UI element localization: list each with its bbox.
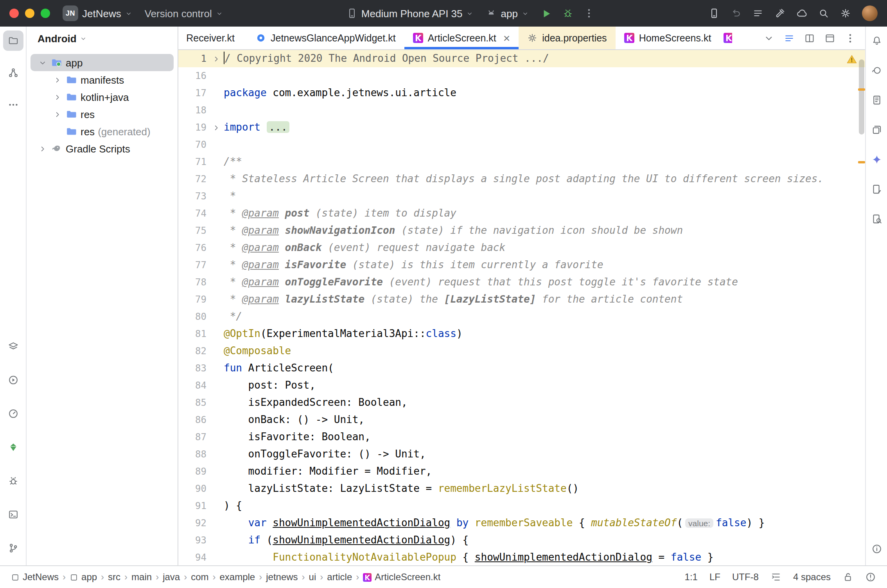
minimize-window-button[interactable] — [25, 9, 34, 18]
caret-position[interactable]: 1:1 — [685, 572, 698, 583]
editor-more-icon[interactable] — [845, 32, 856, 43]
profiler-icon[interactable] — [3, 403, 23, 424]
project-icon[interactable] — [3, 30, 23, 51]
breadcrumb-jetnews[interactable]: jetnews — [266, 572, 298, 583]
line-number[interactable]: 83 — [178, 360, 208, 377]
line-number[interactable]: 91 — [178, 497, 208, 514]
line-number[interactable]: 17 — [178, 84, 208, 102]
user-avatar[interactable] — [862, 5, 878, 21]
code-line-92[interactable]: 92 var showUnimplementedActionDialog by … — [178, 514, 865, 532]
code-line-90[interactable]: 90 lazyListState: LazyListState = rememb… — [178, 480, 865, 497]
vcs-widget[interactable]: Version control — [145, 7, 223, 19]
find-window-icon[interactable] — [867, 210, 886, 228]
line-number[interactable]: 81 — [178, 325, 208, 342]
breadcrumb-java[interactable]: java — [163, 572, 180, 583]
line-number[interactable]: 76 — [178, 239, 208, 256]
chevron-right-icon[interactable] — [52, 75, 63, 84]
inspections-widget[interactable] — [846, 54, 857, 67]
code-line-93[interactable]: 93 if (showUnimplementedActionDialog) { — [178, 532, 865, 549]
code-line-18[interactable]: 18 — [178, 102, 865, 119]
device-selector[interactable]: Medium Phone API 35 — [347, 7, 474, 19]
line-number[interactable]: 71 — [178, 153, 208, 170]
code-line-89[interactable]: 89 modifier: Modifier = Modifier, — [178, 463, 865, 480]
code-line-72[interactable]: 72 * Stateless Article Screen that displ… — [178, 170, 865, 188]
code-line-70[interactable]: 70 — [178, 136, 865, 153]
back-icon[interactable] — [731, 8, 742, 19]
device-manager-icon[interactable] — [709, 8, 720, 19]
breadcrumb-com[interactable]: com — [191, 572, 208, 583]
terminal-icon[interactable] — [3, 504, 23, 525]
code-line-73[interactable]: 73 * — [178, 188, 865, 205]
code-line-80[interactable]: 80 */ — [178, 308, 865, 325]
code-line-86[interactable]: 86 onBack: () -> Unit, — [178, 411, 865, 428]
breadcrumb-jetnews[interactable]: JetNews — [11, 572, 59, 583]
breadcrumb-app[interactable]: app — [70, 572, 97, 583]
run-config-selector[interactable]: app — [486, 7, 529, 19]
code-editor[interactable]: 1/ Copyright 2020 The Android Open Sourc… — [178, 50, 865, 565]
tree-item-kotlin-java[interactable]: kotlin+java — [31, 88, 174, 106]
tree-item-res-generated[interactable]: res(generated) — [31, 123, 174, 140]
breadcrumb-articlescreen-kt[interactable]: ArticleScreen.kt — [363, 572, 440, 583]
hidden-tabs-icon[interactable] — [763, 32, 774, 43]
line-number[interactable]: 87 — [178, 428, 208, 446]
breadcrumb-ui[interactable]: ui — [309, 572, 316, 583]
device-explorer-icon[interactable] — [867, 91, 886, 109]
editor-tab-receiver-kt[interactable]: Receiver.kt — [178, 27, 247, 49]
settings-icon[interactable] — [840, 8, 851, 19]
line-number[interactable]: 90 — [178, 480, 208, 497]
editor-tab-articlescreen-kt[interactable]: ArticleScreen.kt× — [404, 27, 519, 49]
fold-marker-icon[interactable] — [208, 50, 224, 67]
unlock-icon[interactable] — [842, 572, 853, 583]
line-number[interactable]: 73 — [178, 188, 208, 205]
line-ending[interactable]: LF — [709, 572, 720, 583]
code-line-88[interactable]: 88 onToggleFavorite: () -> Unit, — [178, 446, 865, 463]
line-number[interactable]: 88 — [178, 446, 208, 463]
line-number[interactable]: 78 — [178, 274, 208, 291]
fold-marker-icon[interactable] — [208, 119, 224, 136]
inspection-status-icon[interactable] — [865, 572, 876, 583]
line-number[interactable]: 84 — [178, 377, 208, 394]
indent-icon[interactable] — [770, 572, 781, 583]
project-view-selector[interactable]: Android — [27, 27, 178, 50]
editor-scrollbar[interactable] — [859, 59, 864, 134]
line-number[interactable]: 74 — [178, 205, 208, 222]
line-number[interactable]: 80 — [178, 308, 208, 325]
project-widget[interactable]: JN JetNews — [63, 5, 132, 21]
split-editor-icon[interactable] — [804, 32, 815, 43]
more-tool-windows-icon[interactable] — [3, 95, 23, 115]
code-line-83[interactable]: 83fun ArticleScreen( — [178, 360, 865, 377]
line-number[interactable]: 19 — [178, 119, 208, 136]
code-line-71[interactable]: 71/** — [178, 153, 865, 170]
app-quality-insights-icon[interactable] — [3, 437, 23, 457]
close-window-button[interactable] — [9, 9, 19, 18]
line-number[interactable]: 79 — [178, 291, 208, 308]
line-number[interactable]: 92 — [178, 514, 208, 532]
line-number[interactable]: 18 — [178, 102, 208, 119]
line-number[interactable]: 16 — [178, 67, 208, 84]
code-line-81[interactable]: 81@OptIn(ExperimentalMaterial3Api::class… — [178, 325, 865, 342]
code-line-87[interactable]: 87 isFavorite: Boolean, — [178, 428, 865, 446]
line-number[interactable]: 1 — [178, 50, 208, 67]
running-devices-icon[interactable] — [3, 370, 23, 390]
line-number[interactable]: 75 — [178, 222, 208, 239]
device-manager-window-icon[interactable] — [867, 120, 886, 139]
chevron-right-icon[interactable] — [37, 144, 48, 153]
code-line-82[interactable]: 82@Composable — [178, 342, 865, 360]
line-number[interactable]: 89 — [178, 463, 208, 480]
line-number[interactable]: 93 — [178, 532, 208, 549]
breadcrumb-example[interactable]: example — [220, 572, 255, 583]
tree-item-app[interactable]: app — [31, 54, 174, 71]
editor-tab-jetnewsglanceappwidget-kt[interactable]: JetnewsGlanceAppWidget.kt — [247, 27, 404, 49]
breadcrumb-main[interactable]: main — [131, 572, 152, 583]
version-control-tool-icon[interactable] — [3, 538, 23, 558]
code-line-16[interactable]: 16 — [178, 67, 865, 84]
search-everywhere-icon[interactable] — [818, 8, 829, 19]
tree-item-manifests[interactable]: manifests — [31, 71, 174, 88]
indent-setting[interactable]: 4 spaces — [793, 572, 831, 583]
code-line-85[interactable]: 85 isExpandedScreen: Boolean, — [178, 394, 865, 411]
code-line-94[interactable]: 94 FunctionalityNotAvailablePopup { show… — [178, 549, 865, 565]
chevron-down-icon[interactable] — [37, 58, 48, 67]
problems-icon[interactable] — [867, 540, 886, 558]
editor-list-view-icon[interactable] — [784, 32, 795, 43]
build-icon[interactable] — [774, 8, 785, 19]
